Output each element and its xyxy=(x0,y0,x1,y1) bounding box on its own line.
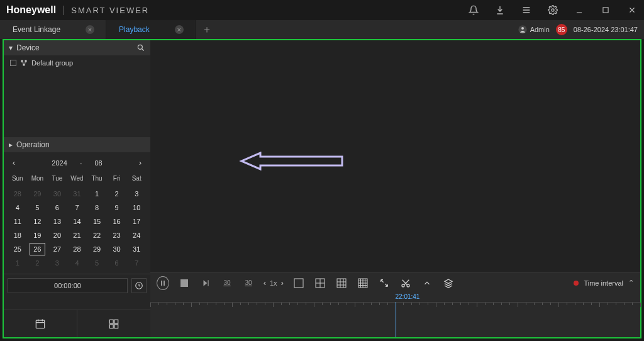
calendar-day[interactable]: 27 xyxy=(47,242,67,256)
calendar-day[interactable]: 16 xyxy=(107,215,127,228)
stop-button[interactable] xyxy=(178,277,191,289)
playhead-line[interactable] xyxy=(396,302,396,337)
bell-icon[interactable] xyxy=(468,4,479,16)
svg-point-3 xyxy=(521,27,524,30)
calendar-year[interactable]: 2024 xyxy=(52,159,67,167)
calendar-day[interactable]: 18 xyxy=(8,228,28,242)
layout-1x1-button[interactable] xyxy=(292,277,305,289)
group-icon xyxy=(20,59,28,67)
tab-close-icon[interactable]: × xyxy=(86,25,94,34)
calendar-day[interactable]: 2 xyxy=(107,187,127,201)
calendar-day[interactable]: 12 xyxy=(28,215,48,228)
calendar-day[interactable]: 1 xyxy=(87,187,107,201)
device-panel-header[interactable]: ▾ Device xyxy=(4,40,150,55)
tab-close-icon[interactable]: × xyxy=(175,25,184,34)
layout-3x3-button[interactable] xyxy=(335,277,348,289)
fullscreen-button[interactable] xyxy=(378,277,391,289)
calendar-day[interactable]: 6 xyxy=(47,201,67,215)
calendar-day[interactable]: 10 xyxy=(126,201,147,215)
time-interval-toggle[interactable]: Time interval ⌃ xyxy=(574,279,634,287)
close-icon[interactable] xyxy=(626,4,638,16)
skip-forward-button[interactable]: 30 xyxy=(242,277,255,289)
tab-playback[interactable]: Playback × xyxy=(106,20,196,39)
video-area[interactable] xyxy=(150,40,640,272)
operation-panel-title: Operation xyxy=(16,140,50,149)
calendar-day[interactable]: 19 xyxy=(28,228,48,242)
calendar-day[interactable]: 31 xyxy=(67,187,87,201)
calendar-day[interactable]: 8 xyxy=(87,201,107,215)
snip-button[interactable] xyxy=(399,277,412,289)
calendar-day[interactable]: 6 xyxy=(107,256,127,270)
calendar-day[interactable]: 21 xyxy=(67,228,87,242)
calendar-day[interactable]: 7 xyxy=(126,256,147,270)
notification-count-badge[interactable]: 85 xyxy=(556,24,567,35)
minimize-icon[interactable] xyxy=(574,4,585,16)
calendar-day[interactable]: 22 xyxy=(87,228,107,242)
operation-panel-header[interactable]: ▸ Operation xyxy=(4,137,150,152)
calendar-day[interactable]: 5 xyxy=(28,201,48,215)
calendar-day[interactable]: 5 xyxy=(87,256,107,270)
svg-rect-13 xyxy=(114,324,118,328)
layers-button[interactable] xyxy=(442,277,455,289)
calendar-day[interactable]: 29 xyxy=(87,242,107,256)
gear-icon[interactable] xyxy=(547,4,558,16)
calendar-day[interactable]: 13 xyxy=(47,215,67,228)
calendar-day[interactable]: 1 xyxy=(8,256,28,270)
maximize-icon[interactable] xyxy=(600,4,611,16)
prev-month-button[interactable]: ‹ xyxy=(13,159,15,167)
collapse-up-button[interactable] xyxy=(421,277,433,289)
calendar-day[interactable]: 26 xyxy=(30,243,46,255)
svg-rect-5 xyxy=(21,60,23,62)
calendar-day[interactable]: 31 xyxy=(126,242,147,256)
calendar-day[interactable]: 9 xyxy=(107,201,127,215)
download-icon[interactable] xyxy=(494,4,506,16)
skip-back-button[interactable]: 30 xyxy=(221,277,233,289)
timeline[interactable]: 22:01:41 xyxy=(150,293,640,337)
next-month-button[interactable]: › xyxy=(139,159,142,167)
layout-2x2-button[interactable] xyxy=(314,277,326,289)
calendar-day[interactable]: 7 xyxy=(67,201,87,215)
calendar-mode-button[interactable] xyxy=(4,310,77,337)
calendar-day[interactable]: 23 xyxy=(107,228,127,242)
calendar-dow: Mon xyxy=(28,172,48,184)
checkbox[interactable] xyxy=(10,60,16,66)
tree-item-default-group[interactable]: Default group xyxy=(10,59,144,67)
calendar-day[interactable]: 28 xyxy=(8,187,28,201)
calendar-day[interactable]: 11 xyxy=(8,215,28,228)
calendar-day[interactable]: 15 xyxy=(87,215,107,228)
speed-down-button[interactable]: ‹ xyxy=(264,279,266,288)
calendar-day[interactable]: 25 xyxy=(8,242,28,256)
calendar-day[interactable]: 4 xyxy=(67,256,87,270)
time-input[interactable]: 00:00:00 xyxy=(8,278,128,293)
calendar-day[interactable]: 2 xyxy=(28,256,48,270)
calendar-day[interactable]: 17 xyxy=(126,215,147,228)
grid-mode-button[interactable] xyxy=(77,310,150,337)
play-pause-button[interactable] xyxy=(157,277,169,289)
chevron-down-icon: ▾ xyxy=(9,43,13,52)
search-icon[interactable] xyxy=(136,43,145,52)
svg-rect-15 xyxy=(294,279,303,288)
tab-event-linkage[interactable]: Event Linkage × xyxy=(0,20,106,39)
title-actions xyxy=(468,4,638,16)
calendar-day[interactable]: 30 xyxy=(107,242,127,256)
user-badge[interactable]: Admin xyxy=(518,25,550,35)
calendar-day[interactable]: 14 xyxy=(67,215,87,228)
speed-up-button[interactable]: › xyxy=(281,279,284,288)
calendar-month[interactable]: 08 xyxy=(94,159,102,167)
calendar-day[interactable]: 29 xyxy=(28,187,48,201)
add-tab-button[interactable]: ＋ xyxy=(196,20,218,39)
svg-rect-14 xyxy=(180,279,188,287)
calendar-day[interactable]: 20 xyxy=(47,228,67,242)
menu-icon[interactable] xyxy=(521,4,532,16)
calendar-day[interactable]: 24 xyxy=(126,228,147,242)
layout-4x4-button[interactable] xyxy=(357,277,369,289)
next-frame-button[interactable] xyxy=(199,277,212,289)
tab-label: Event Linkage xyxy=(13,25,60,34)
calendar-dow: Sun xyxy=(8,172,28,184)
calendar-day[interactable]: 3 xyxy=(47,256,67,270)
calendar-day[interactable]: 30 xyxy=(47,187,67,201)
calendar-day[interactable]: 28 xyxy=(67,242,87,256)
clock-button[interactable] xyxy=(131,278,147,293)
calendar-day[interactable]: 3 xyxy=(126,187,147,201)
calendar-day[interactable]: 4 xyxy=(8,201,28,215)
